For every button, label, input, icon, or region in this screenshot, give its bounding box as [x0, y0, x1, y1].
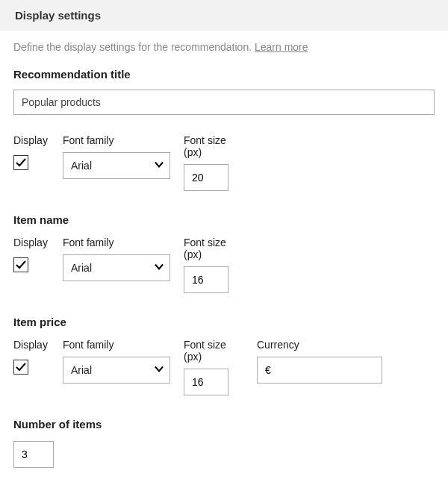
panel-title: Display settings — [15, 9, 101, 22]
name-display-field: Display — [13, 237, 49, 272]
description: Define the display settings for the reco… — [13, 41, 435, 53]
title-style-row: Display Font family Arial Font size (px) — [13, 134, 435, 191]
name-size-field: Font size (px) — [184, 237, 243, 293]
price-size-input[interactable] — [184, 369, 228, 395]
price-size-field: Font size (px) — [184, 339, 243, 395]
num-items-input[interactable] — [13, 441, 54, 468]
font-family-label: Font family — [63, 339, 170, 351]
item-price-row: Display Font family Arial Font size (px)… — [13, 339, 435, 395]
num-items-row — [13, 441, 435, 468]
item-name-heading: Item name — [13, 213, 435, 226]
font-size-label: Font size (px) — [184, 339, 243, 363]
font-size-label: Font size (px) — [184, 134, 243, 158]
title-display-checkbox[interactable] — [13, 155, 28, 170]
title-font-select[interactable]: Arial — [63, 152, 170, 179]
recommendation-title-input[interactable] — [13, 90, 435, 115]
name-display-checkbox[interactable] — [13, 257, 28, 272]
display-label: Display — [13, 339, 49, 351]
display-label: Display — [13, 237, 49, 248]
description-text: Define the display settings for the reco… — [13, 41, 255, 53]
number-of-items-heading: Number of items — [13, 418, 435, 431]
check-icon — [15, 157, 27, 169]
check-icon — [15, 259, 27, 271]
title-display-field: Display — [13, 134, 49, 170]
price-font-value: Arial — [71, 364, 92, 376]
name-font-field: Font family Arial — [63, 237, 170, 281]
item-price-heading: Item price — [13, 316, 435, 328]
title-size-field: Font size (px) — [184, 134, 243, 191]
check-icon — [15, 361, 27, 373]
name-font-value: Arial — [71, 262, 92, 274]
display-label: Display — [13, 134, 49, 146]
font-family-label: Font family — [63, 237, 170, 248]
price-font-field: Font family Arial — [63, 339, 170, 383]
price-display-checkbox[interactable] — [13, 360, 28, 375]
panel-content: Define the display settings for the reco… — [0, 31, 448, 479]
panel-header: Display settings — [0, 0, 448, 31]
learn-more-link[interactable]: Learn more — [255, 41, 308, 53]
font-family-label: Font family — [63, 134, 170, 146]
currency-input[interactable] — [257, 357, 382, 383]
title-font-value: Arial — [71, 160, 92, 172]
title-font-field: Font family Arial — [63, 134, 170, 179]
recommendation-title-label: Recommendation title — [13, 68, 435, 81]
item-name-row: Display Font family Arial Font size (px) — [13, 237, 435, 293]
currency-field: Currency — [257, 339, 382, 383]
currency-label: Currency — [257, 339, 382, 351]
price-font-select[interactable]: Arial — [63, 357, 170, 383]
name-font-select[interactable]: Arial — [63, 254, 170, 281]
name-size-input[interactable] — [184, 266, 228, 293]
font-size-label: Font size (px) — [184, 237, 243, 260]
title-size-input[interactable] — [184, 164, 228, 191]
price-display-field: Display — [13, 339, 49, 375]
